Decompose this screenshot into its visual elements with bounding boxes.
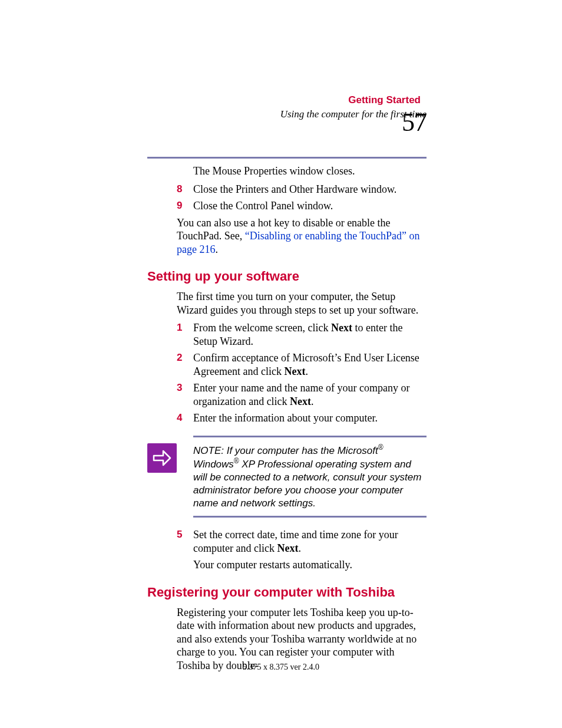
page-body: The Mouse Properties window closes. 8 Cl… — [147, 162, 427, 677]
step-number: 3 — [177, 381, 193, 394]
text-run: . — [305, 365, 308, 377]
ui-label-bold: Next — [290, 396, 311, 407]
text-run: NOTE: If your computer has the Microsoft — [193, 444, 378, 456]
text-run: From the welcome screen, click — [193, 322, 331, 334]
text-run: Enter the information about your compute… — [193, 412, 378, 424]
running-header: Getting Started Using the computer for t… — [147, 112, 427, 136]
ui-label-bold: Next — [284, 365, 305, 377]
step-text: Set the correct date, time and time zone… — [193, 528, 427, 555]
note-text: NOTE: If your computer has the Microsoft… — [193, 443, 427, 510]
step-number: 4 — [177, 411, 193, 424]
step-row: 9 Close the Control Panel window. — [177, 199, 427, 213]
step-text: Close the Printers and Other Hardware wi… — [193, 183, 396, 196]
step-row: 5 Set the correct date, time and time zo… — [177, 528, 427, 555]
text-run: . — [311, 396, 314, 407]
footer-version: 5.375 x 8.375 ver 2.4.0 — [0, 663, 562, 672]
text-run: . — [215, 243, 218, 255]
step-number: 5 — [177, 528, 193, 541]
note-divider-top — [193, 436, 427, 437]
section-heading: Setting up your software — [147, 269, 427, 284]
chapter-title: Getting Started — [348, 94, 421, 106]
step-row: 1 From the welcome screen, click Next to… — [177, 321, 427, 348]
body-line: The Mouse Properties window closes. — [193, 164, 427, 178]
step-number: 9 — [177, 199, 193, 212]
step-row: 3 Enter your name and the name of your c… — [177, 381, 427, 408]
step-row: 8 Close the Printers and Other Hardware … — [177, 183, 427, 196]
step-row: 4 Enter the information about your compu… — [177, 411, 427, 425]
step-text: From the welcome screen, click Next to e… — [193, 321, 427, 348]
step-text: Enter your name and the name of your com… — [193, 381, 427, 408]
section-heading: Registering your computer with Toshiba — [147, 585, 427, 600]
section-intro: The first time you turn on your computer… — [177, 290, 427, 317]
header-divider — [147, 157, 427, 159]
step-text: Enter the information about your compute… — [193, 411, 378, 425]
note-block: NOTE: If your computer has the Microsoft… — [147, 436, 427, 518]
step-row: 2 Confirm acceptance of Microsoft’s End … — [177, 351, 427, 378]
ui-label-bold: Next — [331, 322, 352, 334]
text-run: . — [298, 542, 301, 554]
note-hand-icon — [147, 443, 177, 473]
note-divider-bottom — [193, 516, 427, 518]
body-line: Your computer restarts automatically. — [177, 558, 427, 572]
step-text: Confirm acceptance of Microsoft’s End Us… — [193, 351, 427, 378]
step-text: Close the Control Panel window. — [193, 199, 333, 213]
step-number: 1 — [177, 321, 193, 334]
registered-mark: ® — [378, 443, 384, 452]
section-subtitle: Using the computer for the first time — [147, 108, 427, 120]
step-number: 8 — [177, 183, 193, 195]
ui-label-bold: Next — [277, 542, 298, 554]
body-paragraph: You can also use a hot key to disable or… — [177, 216, 427, 256]
registered-mark: ® — [234, 457, 239, 465]
text-run: Windows — [193, 459, 234, 470]
step-number: 2 — [177, 351, 193, 364]
document-page: 57 Getting Started Using the computer fo… — [0, 0, 562, 728]
